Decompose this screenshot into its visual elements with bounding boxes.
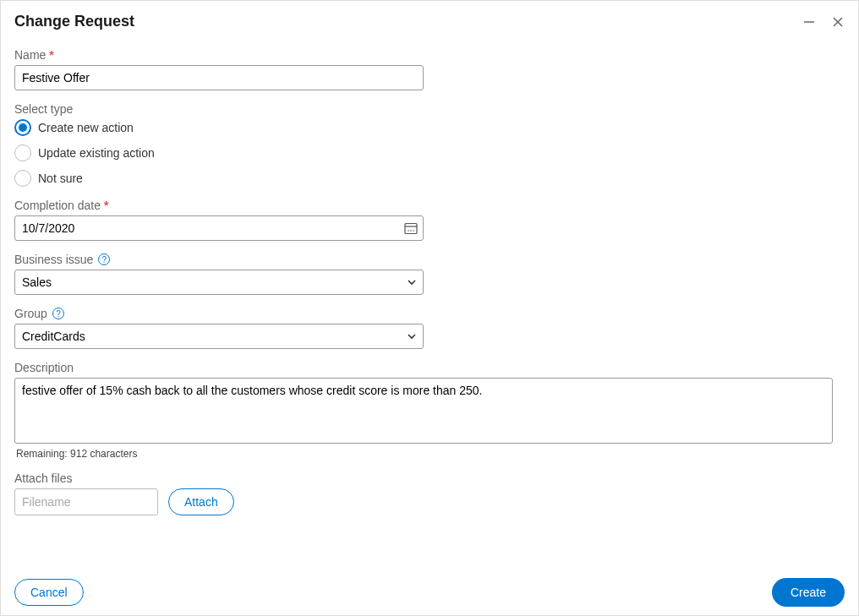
description-input[interactable] (14, 378, 833, 444)
minimize-button[interactable] (802, 15, 816, 29)
name-label: Name * (14, 48, 845, 62)
svg-point-6 (410, 230, 412, 232)
minimize-icon (803, 16, 815, 28)
required-indicator: * (49, 48, 53, 62)
radio-label-create: Create new action (38, 121, 134, 134)
attach-label: Attach files (14, 472, 845, 485)
dialog-title: Change Request (14, 13, 134, 30)
issue-group: Business issue ? Sales (14, 253, 845, 295)
close-button[interactable] (831, 15, 845, 29)
issue-select-wrap: Sales (14, 270, 424, 295)
attach-group: Attach files Attach (14, 472, 845, 515)
dialog-body: Name * Select type Create new action Upd… (1, 41, 858, 575)
group-group: Group ? CreditCards (14, 307, 845, 349)
attach-button[interactable]: Attach (168, 488, 234, 515)
type-group: Select type Create new action Update exi… (14, 102, 845, 187)
type-label: Select type (14, 102, 845, 116)
required-indicator: * (104, 199, 108, 212)
radio-icon (14, 144, 31, 161)
radio-label-notsure: Not sure (38, 172, 83, 185)
completion-group: Completion date * (14, 199, 845, 241)
radio-not-sure[interactable]: Not sure (14, 170, 845, 187)
create-button[interactable]: Create (772, 578, 845, 607)
calendar-icon[interactable] (403, 221, 419, 236)
completion-label: Completion date * (14, 199, 845, 212)
help-icon[interactable]: ? (52, 308, 64, 319)
dialog-controls (802, 15, 845, 29)
group-select[interactable]: CreditCards (14, 324, 424, 349)
dialog-footer: Cancel Create (1, 570, 858, 615)
attach-row: Attach (14, 488, 845, 515)
radio-update-existing[interactable]: Update existing action (14, 144, 845, 161)
radio-icon-checked (14, 119, 31, 136)
radio-label-update: Update existing action (38, 146, 155, 160)
name-input[interactable] (14, 65, 424, 90)
dialog-header: Change Request (1, 1, 858, 37)
svg-rect-3 (405, 224, 417, 234)
cancel-button[interactable]: Cancel (14, 579, 84, 606)
radio-icon (14, 170, 31, 187)
close-icon (832, 16, 844, 28)
help-icon[interactable]: ? (98, 253, 110, 265)
radio-create-new[interactable]: Create new action (14, 119, 845, 136)
issue-select[interactable]: Sales (14, 270, 424, 295)
group-label: Group ? (14, 307, 845, 320)
issue-label: Business issue ? (14, 253, 845, 266)
description-group: Description Remaining: 912 characters (14, 361, 845, 460)
description-label: Description (14, 361, 845, 374)
name-group: Name * (14, 48, 845, 90)
group-select-wrap: CreditCards (14, 324, 424, 349)
svg-point-7 (413, 230, 414, 232)
completion-input[interactable] (14, 215, 424, 241)
filename-input[interactable] (14, 488, 158, 515)
chars-remaining: Remaining: 912 characters (16, 448, 845, 460)
svg-point-5 (408, 230, 409, 232)
completion-input-wrap (14, 215, 424, 241)
